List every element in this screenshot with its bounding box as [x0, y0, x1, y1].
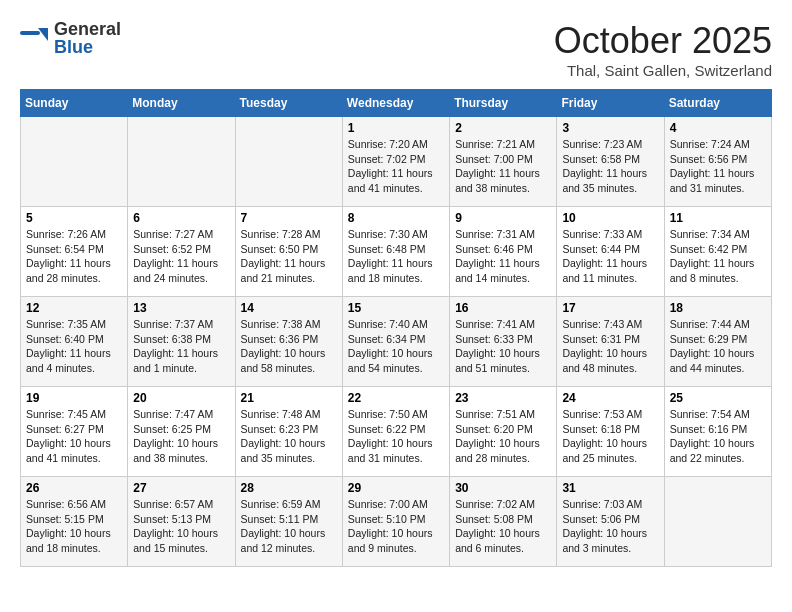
- title-block: October 2025 Thal, Saint Gallen, Switzer…: [554, 20, 772, 79]
- day-info: Sunrise: 7:33 AM Sunset: 6:44 PM Dayligh…: [562, 227, 658, 286]
- svg-rect-2: [20, 31, 40, 35]
- calendar-day-cell: 3Sunrise: 7:23 AM Sunset: 6:58 PM Daylig…: [557, 117, 664, 207]
- calendar-day-cell: 9Sunrise: 7:31 AM Sunset: 6:46 PM Daylig…: [450, 207, 557, 297]
- month-title: October 2025: [554, 20, 772, 62]
- calendar-day-cell: 11Sunrise: 7:34 AM Sunset: 6:42 PM Dayli…: [664, 207, 771, 297]
- calendar-week-row: 19Sunrise: 7:45 AM Sunset: 6:27 PM Dayli…: [21, 387, 772, 477]
- day-info: Sunrise: 7:02 AM Sunset: 5:08 PM Dayligh…: [455, 497, 551, 556]
- weekday-header: Saturday: [664, 90, 771, 117]
- day-info: Sunrise: 7:20 AM Sunset: 7:02 PM Dayligh…: [348, 137, 444, 196]
- day-number: 25: [670, 391, 766, 405]
- calendar-day-cell: 16Sunrise: 7:41 AM Sunset: 6:33 PM Dayli…: [450, 297, 557, 387]
- day-number: 29: [348, 481, 444, 495]
- day-number: 26: [26, 481, 122, 495]
- day-info: Sunrise: 7:24 AM Sunset: 6:56 PM Dayligh…: [670, 137, 766, 196]
- logo-general: General: [54, 20, 121, 38]
- day-info: Sunrise: 7:44 AM Sunset: 6:29 PM Dayligh…: [670, 317, 766, 376]
- calendar-day-cell: 23Sunrise: 7:51 AM Sunset: 6:20 PM Dayli…: [450, 387, 557, 477]
- day-info: Sunrise: 7:48 AM Sunset: 6:23 PM Dayligh…: [241, 407, 337, 466]
- day-number: 23: [455, 391, 551, 405]
- day-info: Sunrise: 7:53 AM Sunset: 6:18 PM Dayligh…: [562, 407, 658, 466]
- calendar-day-cell: 31Sunrise: 7:03 AM Sunset: 5:06 PM Dayli…: [557, 477, 664, 567]
- calendar-week-row: 12Sunrise: 7:35 AM Sunset: 6:40 PM Dayli…: [21, 297, 772, 387]
- calendar-day-cell: [664, 477, 771, 567]
- day-number: 12: [26, 301, 122, 315]
- day-number: 6: [133, 211, 229, 225]
- day-number: 3: [562, 121, 658, 135]
- svg-rect-0: [20, 23, 50, 53]
- calendar-day-cell: 25Sunrise: 7:54 AM Sunset: 6:16 PM Dayli…: [664, 387, 771, 477]
- day-number: 10: [562, 211, 658, 225]
- day-number: 30: [455, 481, 551, 495]
- calendar-day-cell: 13Sunrise: 7:37 AM Sunset: 6:38 PM Dayli…: [128, 297, 235, 387]
- day-number: 22: [348, 391, 444, 405]
- day-info: Sunrise: 6:56 AM Sunset: 5:15 PM Dayligh…: [26, 497, 122, 556]
- day-number: 8: [348, 211, 444, 225]
- day-info: Sunrise: 7:47 AM Sunset: 6:25 PM Dayligh…: [133, 407, 229, 466]
- day-number: 28: [241, 481, 337, 495]
- day-number: 5: [26, 211, 122, 225]
- weekday-header: Thursday: [450, 90, 557, 117]
- calendar-day-cell: 21Sunrise: 7:48 AM Sunset: 6:23 PM Dayli…: [235, 387, 342, 477]
- calendar-day-cell: 22Sunrise: 7:50 AM Sunset: 6:22 PM Dayli…: [342, 387, 449, 477]
- calendar-day-cell: 15Sunrise: 7:40 AM Sunset: 6:34 PM Dayli…: [342, 297, 449, 387]
- weekday-header: Sunday: [21, 90, 128, 117]
- calendar-table: SundayMondayTuesdayWednesdayThursdayFrid…: [20, 89, 772, 567]
- weekday-header-row: SundayMondayTuesdayWednesdayThursdayFrid…: [21, 90, 772, 117]
- weekday-header: Friday: [557, 90, 664, 117]
- day-number: 9: [455, 211, 551, 225]
- calendar-day-cell: 29Sunrise: 7:00 AM Sunset: 5:10 PM Dayli…: [342, 477, 449, 567]
- day-info: Sunrise: 7:38 AM Sunset: 6:36 PM Dayligh…: [241, 317, 337, 376]
- calendar-day-cell: 10Sunrise: 7:33 AM Sunset: 6:44 PM Dayli…: [557, 207, 664, 297]
- calendar-day-cell: 5Sunrise: 7:26 AM Sunset: 6:54 PM Daylig…: [21, 207, 128, 297]
- calendar-day-cell: 8Sunrise: 7:30 AM Sunset: 6:48 PM Daylig…: [342, 207, 449, 297]
- day-info: Sunrise: 7:23 AM Sunset: 6:58 PM Dayligh…: [562, 137, 658, 196]
- location-subtitle: Thal, Saint Gallen, Switzerland: [554, 62, 772, 79]
- day-info: Sunrise: 7:37 AM Sunset: 6:38 PM Dayligh…: [133, 317, 229, 376]
- calendar-day-cell: [128, 117, 235, 207]
- day-number: 1: [348, 121, 444, 135]
- day-info: Sunrise: 7:51 AM Sunset: 6:20 PM Dayligh…: [455, 407, 551, 466]
- calendar-week-row: 1Sunrise: 7:20 AM Sunset: 7:02 PM Daylig…: [21, 117, 772, 207]
- day-number: 27: [133, 481, 229, 495]
- calendar-day-cell: 7Sunrise: 7:28 AM Sunset: 6:50 PM Daylig…: [235, 207, 342, 297]
- day-number: 20: [133, 391, 229, 405]
- day-info: Sunrise: 7:50 AM Sunset: 6:22 PM Dayligh…: [348, 407, 444, 466]
- day-info: Sunrise: 7:28 AM Sunset: 6:50 PM Dayligh…: [241, 227, 337, 286]
- day-number: 19: [26, 391, 122, 405]
- calendar-day-cell: 6Sunrise: 7:27 AM Sunset: 6:52 PM Daylig…: [128, 207, 235, 297]
- calendar-day-cell: [21, 117, 128, 207]
- day-number: 24: [562, 391, 658, 405]
- day-info: Sunrise: 7:41 AM Sunset: 6:33 PM Dayligh…: [455, 317, 551, 376]
- calendar-day-cell: 26Sunrise: 6:56 AM Sunset: 5:15 PM Dayli…: [21, 477, 128, 567]
- day-number: 14: [241, 301, 337, 315]
- page-header: General Blue October 2025 Thal, Saint Ga…: [20, 20, 772, 79]
- day-number: 16: [455, 301, 551, 315]
- day-info: Sunrise: 6:59 AM Sunset: 5:11 PM Dayligh…: [241, 497, 337, 556]
- weekday-header: Wednesday: [342, 90, 449, 117]
- calendar-day-cell: 18Sunrise: 7:44 AM Sunset: 6:29 PM Dayli…: [664, 297, 771, 387]
- day-info: Sunrise: 7:03 AM Sunset: 5:06 PM Dayligh…: [562, 497, 658, 556]
- day-info: Sunrise: 7:45 AM Sunset: 6:27 PM Dayligh…: [26, 407, 122, 466]
- calendar-day-cell: 2Sunrise: 7:21 AM Sunset: 7:00 PM Daylig…: [450, 117, 557, 207]
- day-number: 15: [348, 301, 444, 315]
- calendar-day-cell: 17Sunrise: 7:43 AM Sunset: 6:31 PM Dayli…: [557, 297, 664, 387]
- day-number: 31: [562, 481, 658, 495]
- day-info: Sunrise: 6:57 AM Sunset: 5:13 PM Dayligh…: [133, 497, 229, 556]
- logo: General Blue: [20, 20, 121, 56]
- weekday-header: Monday: [128, 90, 235, 117]
- calendar-day-cell: 20Sunrise: 7:47 AM Sunset: 6:25 PM Dayli…: [128, 387, 235, 477]
- day-info: Sunrise: 7:40 AM Sunset: 6:34 PM Dayligh…: [348, 317, 444, 376]
- calendar-day-cell: 1Sunrise: 7:20 AM Sunset: 7:02 PM Daylig…: [342, 117, 449, 207]
- day-number: 4: [670, 121, 766, 135]
- calendar-day-cell: 28Sunrise: 6:59 AM Sunset: 5:11 PM Dayli…: [235, 477, 342, 567]
- day-info: Sunrise: 7:31 AM Sunset: 6:46 PM Dayligh…: [455, 227, 551, 286]
- logo-icon: [20, 23, 50, 53]
- calendar-day-cell: 12Sunrise: 7:35 AM Sunset: 6:40 PM Dayli…: [21, 297, 128, 387]
- day-info: Sunrise: 7:21 AM Sunset: 7:00 PM Dayligh…: [455, 137, 551, 196]
- day-info: Sunrise: 7:54 AM Sunset: 6:16 PM Dayligh…: [670, 407, 766, 466]
- calendar-week-row: 26Sunrise: 6:56 AM Sunset: 5:15 PM Dayli…: [21, 477, 772, 567]
- day-info: Sunrise: 7:35 AM Sunset: 6:40 PM Dayligh…: [26, 317, 122, 376]
- day-number: 7: [241, 211, 337, 225]
- day-number: 13: [133, 301, 229, 315]
